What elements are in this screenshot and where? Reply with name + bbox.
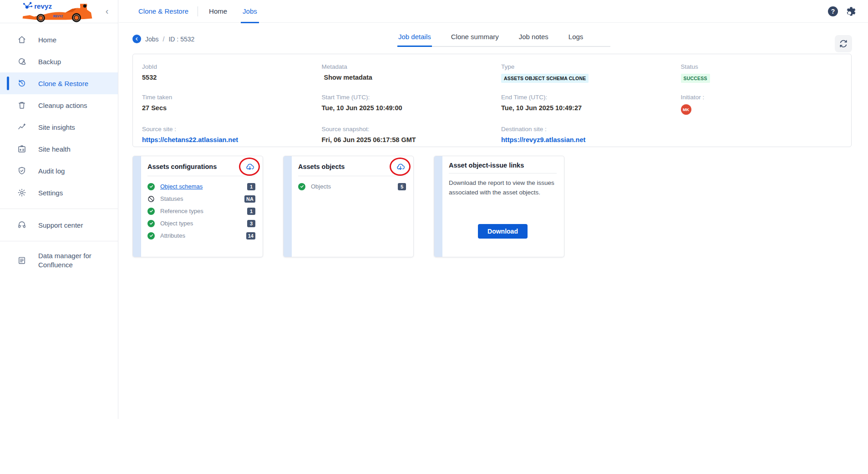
config-row-attributes: Attributes 14 bbox=[147, 229, 255, 242]
sidebar-item-site-health[interactable]: Site health bbox=[0, 138, 118, 160]
tab-clone-summary[interactable]: Clone summary bbox=[450, 30, 500, 46]
sidebar-divider bbox=[0, 241, 118, 241]
sidebar: revyz REVYZ ‹ Home Backup Clone & Restor… bbox=[0, 0, 118, 419]
breadcrumb-separator: / bbox=[163, 36, 165, 43]
sidebar-item-clone-restore[interactable]: Clone & Restore bbox=[0, 72, 118, 94]
sidebar-item-label: Backup bbox=[38, 58, 61, 66]
count-badge: NA bbox=[244, 195, 255, 203]
download-cloud-button[interactable] bbox=[244, 162, 255, 172]
destination-site-link[interactable]: https://revyz9.atlassian.net bbox=[501, 136, 663, 143]
sidebar-item-settings[interactable]: Settings bbox=[0, 182, 118, 204]
breadcrumb: Jobs / ID : 5532 bbox=[132, 35, 194, 43]
sidebar-item-label: Clone & Restore bbox=[38, 80, 88, 87]
card-description: Download the report to view the issues a… bbox=[449, 178, 557, 198]
config-row-label: Reference types bbox=[160, 208, 203, 214]
show-metadata-button[interactable]: Show metadata bbox=[324, 74, 483, 81]
breadcrumb-parent[interactable]: Jobs bbox=[145, 36, 159, 43]
sidebar-item-home[interactable]: Home bbox=[0, 29, 118, 51]
config-row-object-types: Object types 3 bbox=[147, 217, 255, 229]
header-tab-jobs[interactable]: Jobs bbox=[241, 0, 259, 23]
assets-configurations-card: Assets configurations Object schemas 1 bbox=[132, 156, 263, 257]
source-site-link[interactable]: https://chetans22.atlassian.net bbox=[142, 136, 304, 143]
count-badge: 1 bbox=[247, 183, 255, 190]
race-car-illustration: REVYZ bbox=[23, 4, 92, 22]
download-button[interactable]: Download bbox=[478, 224, 528, 239]
refresh-button[interactable] bbox=[835, 35, 852, 52]
card-accent-stripe bbox=[434, 156, 442, 257]
config-row-label: Statuses bbox=[160, 195, 183, 202]
field-label: Time taken bbox=[142, 94, 304, 101]
objects-row-label: Objects bbox=[311, 183, 331, 190]
back-icon[interactable] bbox=[132, 35, 141, 43]
field-label: Source snapshot: bbox=[322, 126, 483, 133]
job-tabs: Job details Clone summary Job notes Logs bbox=[397, 30, 610, 47]
document-icon bbox=[17, 256, 26, 265]
main-content: Jobs / ID : 5532 Job details Clone summa… bbox=[119, 23, 868, 474]
start-time-value: Tue, 10 Jun 2025 10:49:00 bbox=[322, 104, 483, 112]
download-cloud-button[interactable] bbox=[395, 162, 406, 172]
breadcrumb-current: ID : 5532 bbox=[168, 36, 194, 43]
header-tab-home[interactable]: Home bbox=[207, 0, 229, 23]
gear-icon bbox=[17, 188, 26, 197]
field-label: JobId bbox=[142, 63, 304, 70]
sidebar-nav: Home Backup Clone & Restore Cleanup acti… bbox=[0, 23, 118, 275]
field-label: Source site : bbox=[142, 126, 304, 133]
tab-job-notes[interactable]: Job notes bbox=[518, 30, 549, 46]
molecule-icon bbox=[23, 2, 32, 9]
end-time-value: Tue, 10 Jun 2025 10:49:27 bbox=[501, 104, 663, 112]
success-check-icon bbox=[147, 208, 155, 215]
type-badge: ASSETS OBJECT SCHEMA CLONE bbox=[501, 74, 589, 83]
sidebar-item-site-insights[interactable]: Site insights bbox=[0, 116, 118, 138]
object-schemas-link[interactable]: Object schemas bbox=[160, 183, 203, 190]
count-badge: 14 bbox=[246, 232, 255, 240]
sidebar-collapse-button[interactable]: ‹ bbox=[101, 5, 113, 17]
asset-object-issue-links-card: Asset object-issue links Download the re… bbox=[434, 156, 564, 257]
top-header: Clone & Restore Home Jobs ? bbox=[119, 0, 868, 23]
card-title: Assets objects bbox=[298, 163, 345, 170]
cloud-download-icon bbox=[395, 162, 406, 172]
svg-text:revyz: revyz bbox=[34, 2, 52, 10]
config-row-reference-types: Reference types 1 bbox=[147, 205, 255, 217]
config-row-label: Object types bbox=[160, 220, 193, 227]
sidebar-item-label: Site insights bbox=[38, 123, 75, 131]
help-icon[interactable]: ? bbox=[828, 6, 838, 16]
cloud-download-icon bbox=[244, 162, 255, 172]
field-label: Status bbox=[681, 63, 843, 70]
sidebar-item-backup[interactable]: Backup bbox=[0, 51, 118, 72]
source-snapshot-value: Fri, 06 Jun 2025 06:17:58 GMT bbox=[322, 136, 483, 143]
sidebar-item-audit-log[interactable]: Audit log bbox=[0, 160, 118, 182]
status-badge: SUCCESS bbox=[681, 74, 710, 83]
job-details-panel: JobId 5532 Metadata Show metadata Type A… bbox=[132, 54, 852, 147]
jobid-value: 5532 bbox=[142, 74, 304, 81]
assets-objects-card: Assets objects Objects 5 bbox=[283, 156, 414, 257]
success-check-icon bbox=[147, 183, 155, 190]
refresh-icon bbox=[839, 39, 848, 48]
field-label: Type bbox=[501, 63, 663, 70]
sidebar-item-label: Data manager for Confluence bbox=[38, 251, 97, 270]
sidebar-item-cleanup-actions[interactable]: Cleanup actions bbox=[0, 94, 118, 116]
sidebar-item-support-center[interactable]: Support center bbox=[0, 214, 118, 236]
objects-row: Objects 5 bbox=[298, 180, 406, 193]
not-applicable-icon bbox=[147, 195, 155, 203]
success-check-icon bbox=[147, 220, 155, 227]
home-icon bbox=[17, 35, 26, 44]
breadcrumb-section-link[interactable]: Clone & Restore bbox=[138, 7, 188, 15]
svg-text:REVYZ: REVYZ bbox=[53, 15, 63, 18]
trash-icon bbox=[17, 101, 26, 110]
sidebar-item-label: Site health bbox=[38, 145, 71, 153]
tab-logs[interactable]: Logs bbox=[568, 30, 584, 46]
sidebar-item-label: Settings bbox=[38, 189, 63, 197]
revyz-logo: revyz REVYZ bbox=[17, 1, 99, 23]
sidebar-item-label: Audit log bbox=[38, 167, 65, 175]
initiator-avatar[interactable]: MK bbox=[681, 104, 691, 115]
card-accent-stripe bbox=[284, 156, 292, 257]
count-badge: 1 bbox=[247, 208, 255, 215]
count-badge: 5 bbox=[398, 183, 406, 190]
config-row-object-schemas: Object schemas 1 bbox=[147, 180, 255, 193]
card-title: Asset object-issue links bbox=[449, 162, 524, 169]
count-badge: 3 bbox=[247, 220, 255, 227]
sidebar-item-data-manager-confluence[interactable]: Data manager for Confluence bbox=[0, 246, 118, 275]
settings-gear-icon[interactable] bbox=[846, 6, 857, 17]
tab-job-details[interactable]: Job details bbox=[397, 30, 432, 47]
field-label: End Time (UTC): bbox=[501, 94, 663, 101]
